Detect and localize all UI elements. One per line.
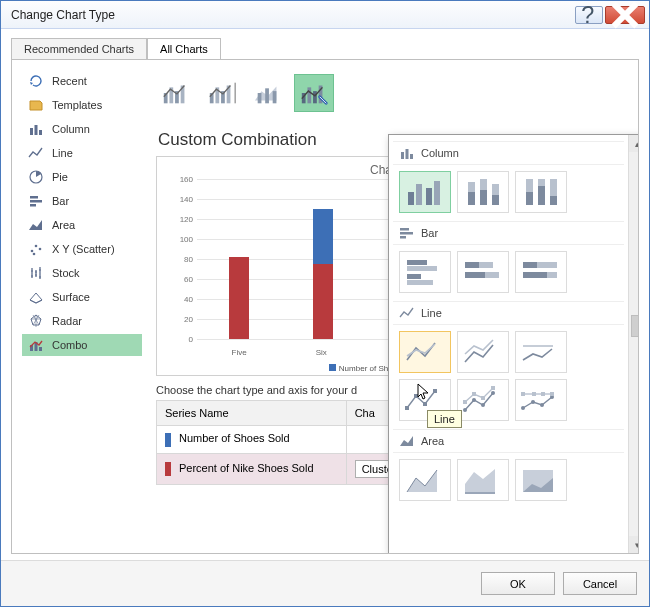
tab-recommended[interactable]: Recommended Charts [11,38,147,60]
tab-all-charts[interactable]: All Charts [147,38,221,60]
svg-rect-64 [523,272,547,278]
tab-row: Recommended Charts All Charts [11,35,639,59]
dd-item-100-stacked-column[interactable] [515,171,567,213]
svg-rect-35 [416,184,422,205]
svg-rect-55 [407,274,421,279]
line-icon [399,306,415,320]
svg-rect-29 [313,91,317,103]
svg-rect-60 [465,272,485,278]
dd-item-stacked-bar[interactable] [457,251,509,293]
svg-rect-84 [550,392,554,396]
svg-point-78 [531,400,535,404]
svg-rect-26 [273,91,277,103]
column-icon [28,121,44,137]
dd-item-clustered-bar[interactable] [399,251,451,293]
sidebar-item-bar[interactable]: Bar [22,190,142,212]
svg-rect-67 [423,402,427,406]
pie-icon [28,169,44,185]
dd-item-clustered-column[interactable] [399,171,451,213]
column-icon [399,146,415,160]
sidebar-item-templates[interactable]: Templates [22,94,142,116]
sidebar-item-label: Bar [52,195,69,207]
dd-item-stacked-line-markers[interactable] [457,379,509,421]
svg-rect-49 [550,196,557,205]
dd-section-bar: Bar [393,221,624,245]
svg-rect-6 [30,200,42,203]
dd-item-line[interactable] [399,331,451,373]
scroll-thumb[interactable] [631,315,639,337]
dialog-body: Recommended Charts All Charts Recent Tem… [1,29,649,560]
svg-rect-34 [408,192,414,205]
dd-section-column: Column [393,141,624,165]
dd-item-100-stacked-area[interactable] [515,459,567,501]
sidebar-item-recent[interactable]: Recent [22,70,142,92]
series-swatch-icon [165,462,171,476]
radar-icon [28,313,44,329]
col-series-name: Series Name [157,401,347,426]
dd-item-stacked-area[interactable] [457,459,509,501]
svg-point-79 [540,403,544,407]
sidebar-item-area[interactable]: Area [22,214,142,236]
tooltip: Line [427,410,462,428]
dd-item-stacked-line[interactable] [457,331,509,373]
dd-item-area[interactable] [399,459,451,501]
sidebar-item-label: Pie [52,171,68,183]
svg-point-70 [472,398,476,402]
scroll-down-icon[interactable]: ▾ [629,536,639,553]
chart-category-sidebar: Recent Templates Column Line Pie [22,70,142,543]
subtype-custom[interactable] [294,74,334,112]
scrollbar[interactable]: ▴ ▾ [628,135,639,553]
dd-item-100-stacked-line[interactable] [515,331,567,373]
help-button[interactable]: ? [575,6,603,24]
area-icon [399,434,415,448]
sidebar-item-label: Area [52,219,75,231]
svg-rect-56 [407,280,433,285]
svg-rect-43 [492,195,499,205]
svg-point-10 [39,248,42,251]
dd-item-100-stacked-line-markers[interactable] [515,379,567,421]
svg-point-9 [35,245,38,248]
svg-point-8 [31,250,34,253]
svg-rect-25 [265,88,269,103]
svg-rect-66 [414,394,418,398]
ok-button[interactable]: OK [481,572,555,595]
sidebar-item-radar[interactable]: Radar [22,310,142,332]
svg-rect-7 [30,204,36,207]
svg-rect-62 [523,262,537,268]
sidebar-item-column[interactable]: Column [22,118,142,140]
series-swatch-icon [165,433,171,447]
sidebar-item-stock[interactable]: Stock [22,262,142,284]
sidebar-item-label: Column [52,123,90,135]
svg-rect-31 [401,152,404,159]
subtype-clustered-line-secondary[interactable] [202,74,242,112]
change-chart-type-dialog: Change Chart Type ? Recommended Charts A… [0,0,650,607]
sidebar-item-pie[interactable]: Pie [22,166,142,188]
sidebar-item-line[interactable]: Line [22,142,142,164]
chart-type-dropdown: Column Bar [388,134,639,554]
close-button[interactable] [605,6,645,24]
scroll-up-icon[interactable]: ▴ [629,135,639,152]
sidebar-item-label: Combo [52,339,87,351]
svg-point-11 [33,253,36,256]
sidebar-item-combo[interactable]: Combo [22,334,142,356]
svg-rect-37 [434,181,440,205]
sidebar-item-surface[interactable]: Surface [22,286,142,308]
svg-rect-52 [400,236,406,239]
subtype-stacked-area-column[interactable] [248,74,288,112]
svg-rect-32 [406,149,409,159]
svg-rect-74 [472,392,476,396]
line-icon [28,145,44,161]
sidebar-item-label: Surface [52,291,90,303]
subtype-clustered-line[interactable] [156,74,196,112]
dd-item-stacked-column[interactable] [457,171,509,213]
dd-section-line: Line [393,301,624,325]
svg-point-69 [463,408,467,412]
dd-item-100-stacked-bar[interactable] [515,251,567,293]
sidebar-item-scatter[interactable]: X Y (Scatter) [22,238,142,260]
svg-rect-45 [526,192,533,205]
cancel-button[interactable]: Cancel [563,572,637,595]
scatter-icon [28,241,44,257]
svg-rect-47 [538,186,545,205]
svg-rect-3 [39,130,42,135]
sidebar-item-label: Radar [52,315,82,327]
